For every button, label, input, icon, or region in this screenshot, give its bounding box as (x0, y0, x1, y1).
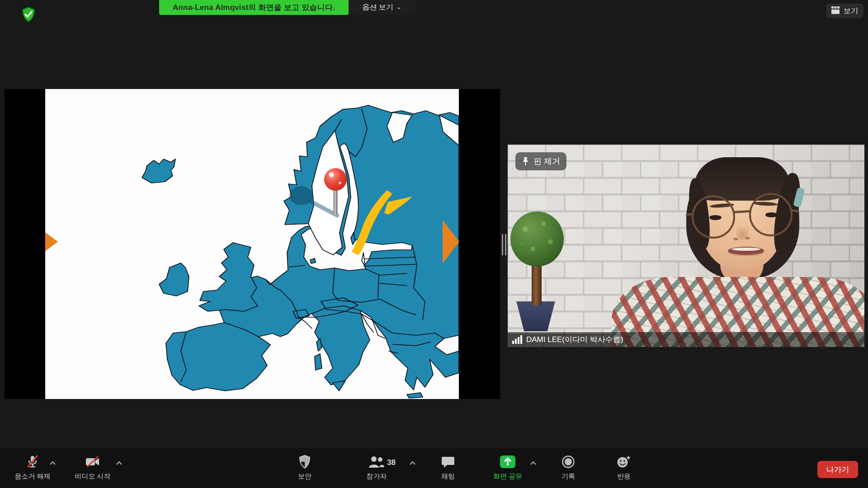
participant-name: DAMI LEE(이다미 박사수료) (526, 334, 623, 345)
reactions-button[interactable]: 반응 (594, 448, 653, 488)
microphone-muted-icon (26, 455, 39, 469)
chat-button[interactable]: 채팅 (419, 448, 477, 488)
smiley-plus-icon (617, 455, 631, 469)
view-options-dropdown[interactable]: 옵션 보기 ⌄ (349, 0, 415, 15)
plant-trunk (532, 263, 542, 305)
chat-bubble-icon (441, 455, 455, 469)
record-icon (561, 455, 575, 469)
participants-icon (368, 455, 385, 469)
share-screen-icon (499, 455, 516, 469)
europe-map (45, 89, 459, 399)
chat-label: 채팅 (441, 472, 455, 481)
glasses-lens (749, 193, 793, 236)
mic-options-chevron[interactable] (47, 459, 57, 467)
banner-text: Anna-Lena Almqvist의 화면을 보고 있습니다. (173, 2, 335, 13)
plant-foliage (510, 211, 564, 267)
start-video-button[interactable]: 비디오 시작 (63, 448, 122, 488)
meeting-security-shield-icon[interactable] (20, 6, 37, 23)
security-button[interactable]: 보안 (275, 448, 334, 488)
pushpin-icon (522, 157, 529, 166)
remove-pin-button[interactable]: 핀 제거 (515, 152, 566, 170)
reactions-label: 반응 (617, 472, 631, 481)
share-screen-button[interactable]: 화면 공유 (478, 448, 537, 488)
participants-button[interactable]: 참가자 (347, 448, 406, 488)
screen-share-banner: Anna-Lena Almqvist의 화면을 보고 있습니다. (159, 0, 349, 15)
record-button[interactable]: 기록 (539, 448, 598, 488)
nostril (745, 237, 750, 239)
audio-level-icon (512, 335, 522, 344)
unmute-label: 음소거 해제 (14, 472, 50, 481)
unmute-button[interactable]: 음소거 해제 (3, 448, 62, 488)
leave-meeting-button[interactable]: 나가기 (817, 461, 858, 478)
nostril (733, 238, 738, 240)
remove-pin-label: 핀 제거 (533, 156, 560, 167)
gallery-grid-icon (831, 6, 840, 16)
slide-next-arrow (443, 220, 459, 263)
slide-prev-arrow (45, 232, 58, 251)
view-options-label: 옵션 보기 (362, 3, 393, 12)
participants-label: 참가자 (367, 472, 387, 481)
share-screen-label: 화면 공유 (493, 472, 522, 481)
meeting-toolbar: 음소거 해제 비디오 시작 보안 (0, 448, 868, 488)
shared-screen-stage (5, 89, 500, 399)
record-label: 기록 (561, 472, 575, 481)
presentation-slide (45, 89, 459, 399)
view-button[interactable]: 보기 (826, 4, 863, 18)
view-button-label: 보기 (844, 6, 858, 16)
share-options-chevron[interactable] (528, 459, 538, 467)
participant-name-bar: DAMI LEE(이다미 박사수료) (508, 332, 864, 347)
leave-label: 나가기 (826, 465, 849, 475)
panel-resize-handle[interactable] (502, 234, 508, 255)
participant-video-tile[interactable]: 핀 제거 DAMI LEE(이다미 박사수료) (508, 145, 864, 347)
security-shield-icon (299, 455, 311, 469)
mouth (728, 247, 764, 255)
security-label: 보안 (298, 472, 311, 481)
chevron-down-icon: ⌄ (396, 3, 402, 10)
start-video-label: 비디오 시작 (75, 472, 110, 481)
video-options-chevron[interactable] (114, 459, 124, 467)
glasses-lens (692, 195, 735, 239)
participants-count[interactable]: 38 (387, 458, 396, 467)
participants-chevron[interactable] (407, 459, 417, 467)
camera-off-icon (85, 455, 101, 469)
